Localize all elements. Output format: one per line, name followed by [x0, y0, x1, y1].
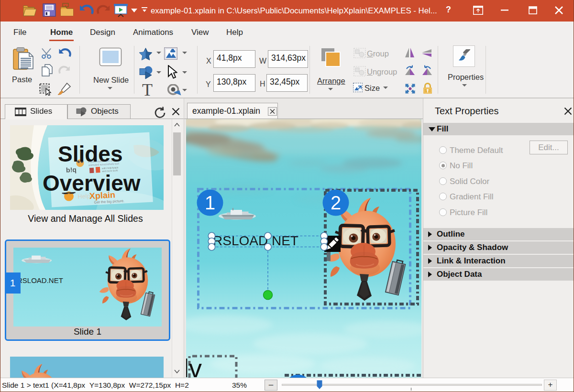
svg-text:Overview: Overview	[43, 171, 141, 196]
svg-text:1: 1	[205, 192, 215, 213]
svg-text:lv: lv	[186, 354, 202, 378]
svg-text:T: T	[142, 83, 153, 98]
svg-text:2: 2	[331, 192, 341, 213]
svg-text:RSLOAD.NET: RSLOAD.NET	[17, 276, 63, 284]
svg-text:RSLOAD.NET: RSLOAD.NET	[213, 233, 298, 248]
svg-text:Slides: Slides	[58, 142, 123, 166]
